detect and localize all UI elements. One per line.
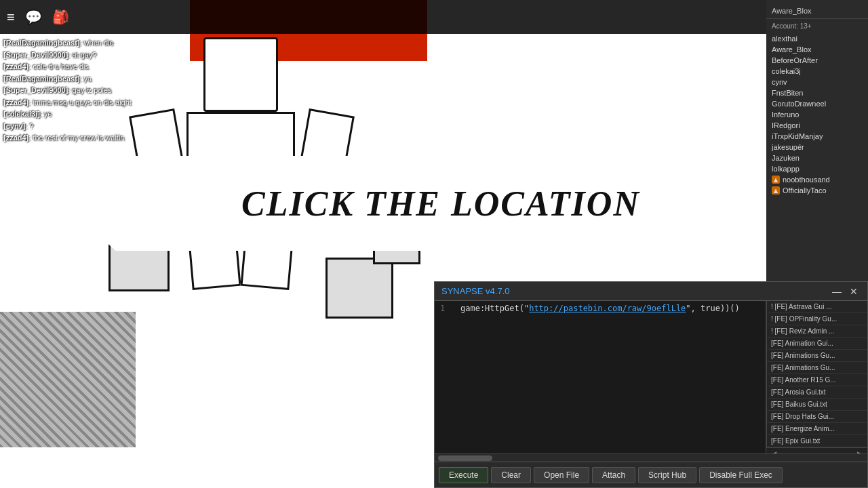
chat-message-1: [RealDagamingbeast]: when die [3, 37, 159, 49]
banner-text: CLICK THE LOCATION [241, 184, 640, 224]
player-name-lolkappp: lolkappp [772, 165, 800, 173]
player-officiallytaco[interactable]: ▲ OfficiallyTaco [766, 185, 868, 196]
chat-message-3: [zzad4]: cole d u have dis [3, 61, 159, 73]
scrollbar-thumb [438, 455, 492, 461]
player-alexthai[interactable]: alexthai [766, 33, 868, 44]
open-file-button[interactable]: Open File [534, 467, 589, 483]
char-head [203, 37, 278, 112]
synapse-title-bar: SYNAPSE v4.7.0 — ✕ [435, 282, 867, 301]
player-name-officiallytaco: OfficiallyTaco [783, 186, 827, 195]
script-list-prev[interactable]: ◀ [766, 448, 781, 453]
player-iredgori[interactable]: IRedgori [766, 120, 868, 131]
script-item-8[interactable]: [FE] Arosia Gui.txt [767, 386, 867, 399]
sidebar-account-name: Aware_Blox [766, 3, 868, 19]
code-fn: game:HttpGet(" [460, 304, 529, 313]
script-item-12[interactable]: [FE] Epix Gui.txt [767, 435, 867, 447]
script-item-5[interactable]: [FE] Animations Gu... [767, 350, 867, 362]
script-item-11[interactable]: [FE] Energize Anim... [767, 423, 867, 435]
code-url: http://pastebin.com/raw/9oeflLle [529, 304, 686, 313]
player-name-itrxpkidmanjay: iTrxpKidManjay [772, 132, 823, 140]
chat-name-8: [cynv] [3, 122, 25, 130]
attach-button[interactable]: Attach [592, 467, 635, 483]
player-beforeorafter[interactable]: BeforeOrAfter [766, 55, 868, 66]
script-list-next[interactable]: ▶ [853, 448, 867, 453]
player-noobthousand[interactable]: ▲ noobthousand [766, 174, 868, 185]
player-jazuken[interactable]: Jazuken [766, 152, 868, 163]
player-name-aware-blox: Aware_Blox [772, 45, 812, 54]
player-name-colekai3j: colekai3j [772, 67, 801, 75]
script-item-3[interactable]: ! [FE] Reviz Admin ... [767, 325, 867, 338]
chat-message-5: [Super_Devil9000]: gay iz poles [3, 85, 159, 96]
minimize-button[interactable]: — [829, 286, 844, 297]
chat-text-7: : ye [40, 110, 52, 118]
chat-name-7: [colekai3j] [3, 110, 40, 118]
chat-name-6: [zzad4] [3, 98, 28, 106]
player-name-beforeorafter: BeforeOrAfter [772, 56, 818, 64]
script-list-nav: ◀ ▶ [766, 447, 867, 453]
chat-message-9: [zzad4]: the rest of my crew is waitin [3, 132, 159, 144]
player-aware-blox[interactable]: Aware_Blox [766, 44, 868, 55]
chat-text-3: : cole d u have dis [28, 62, 89, 70]
script-item-7[interactable]: [FE] Another R15 G... [767, 374, 867, 386]
chat-name-2: [Super_Devil9000] [3, 51, 68, 59]
script-item-2[interactable]: ! [FE] OPFinality Gu... [767, 313, 867, 325]
script-item-9[interactable]: [FE] Baikus Gui.txt [767, 399, 867, 411]
chat-icon[interactable]: 💬 [25, 9, 42, 25]
chat-text-9: : the rest of my crew is waitin [28, 134, 124, 142]
execute-button[interactable]: Execute [439, 467, 488, 483]
disable-full-exec-button[interactable]: Disable Full Exec [699, 467, 783, 483]
player-lolkappp[interactable]: lolkappp [766, 163, 868, 174]
script-item-4[interactable]: [FE] Animation Gui... [767, 338, 867, 350]
code-editor[interactable]: 1 game:HttpGet("http://pastebin.com/raw/… [435, 301, 766, 453]
chat-text-5: : gay iz poles [68, 86, 111, 94]
chat-text-1: : when die [79, 39, 113, 47]
synapse-version: v4.7.0 [483, 286, 509, 296]
crown-icon-noobthousand: ▲ [772, 176, 780, 184]
script-list[interactable]: ! [FE] Astrava Gui ... ! [FE] OPFinality… [766, 301, 867, 447]
editor-scrollbar[interactable] [435, 453, 867, 462]
player-name-jazuken: Jazuken [772, 154, 800, 162]
player-name-cynv: cynv [772, 78, 787, 86]
chat-message-6: [zzad4]: imma msg u guys on dis aight [3, 97, 159, 108]
chat-message-8: [cynv]: ? [3, 121, 159, 132]
script-item-1[interactable]: ! [FE] Astrava Gui ... [767, 301, 867, 313]
player-fnstbiten[interactable]: FnstBiten [766, 87, 868, 98]
script-hub-button[interactable]: Script Hub [638, 467, 696, 483]
player-name-inferuno: Inferuno [772, 110, 799, 119]
chat-message-2: [Super_Devil9000]: at gay? [3, 49, 159, 61]
player-name-fnstbiten: FnstBiten [772, 89, 803, 97]
line-number-1: 1 [440, 304, 454, 313]
code-suffix: ", true))() [686, 304, 739, 313]
synapse-content: 1 game:HttpGet("http://pastebin.com/raw/… [435, 301, 867, 453]
menu-icon[interactable]: ≡ [7, 9, 15, 25]
synapse-button-bar: Execute Clear Open File Attach Script Hu… [435, 462, 867, 487]
banner: CLICK THE LOCATION [95, 156, 787, 251]
code-content-1: game:HttpGet("http://pastebin.com/raw/9o… [460, 304, 740, 313]
backpack-icon[interactable]: 🎒 [52, 9, 69, 25]
player-jakesuper[interactable]: jakesupér [766, 142, 868, 152]
player-gorutodragneel[interactable]: GorutoDrawneel [766, 98, 868, 109]
player-inferuno[interactable]: Inferuno [766, 109, 868, 120]
player-colekai3j[interactable]: colekai3j [766, 66, 868, 77]
code-line-1: 1 game:HttpGet("http://pastebin.com/raw/… [435, 301, 766, 316]
chat-text-4: : ya [79, 75, 92, 83]
chat-name-4: [RealDagamingbeast] [3, 75, 79, 83]
synapse-title-main: SYNAPSE [441, 286, 483, 296]
chat-message-4: [RealDagamingbeast]: ya [3, 73, 159, 85]
clear-button[interactable]: Clear [491, 467, 531, 483]
player-cynv[interactable]: cynv [766, 77, 868, 87]
player-name-gorutodragneel: GorutoDrawneel [772, 100, 826, 108]
close-button[interactable]: ✕ [847, 286, 861, 297]
chat-name-1: [RealDagamingbeast] [3, 39, 79, 47]
sidebar-account-info: Account: 13+ [766, 21, 868, 33]
script-item-10[interactable]: [FE] Drop Hats Gui... [767, 411, 867, 423]
chat-message-7: [colekai3j]: ye [3, 108, 159, 120]
chat-name-3: [zzad4] [3, 62, 28, 70]
player-name-jakesuper: jakesupér [772, 143, 804, 151]
chat-area: [RealDagamingbeast]: when die [Super_Dev… [3, 37, 159, 144]
synapse-window: SYNAPSE v4.7.0 — ✕ 1 game:HttpGet("http:… [434, 281, 868, 488]
chat-name-5: [Super_Devil9000] [3, 86, 68, 94]
top-bar: ≡ 💬 🎒 [0, 0, 766, 34]
script-item-6[interactable]: [FE] Animations Gu... [767, 362, 867, 374]
player-itrxpkidmanjay[interactable]: iTrxpKidManjay [766, 131, 868, 142]
